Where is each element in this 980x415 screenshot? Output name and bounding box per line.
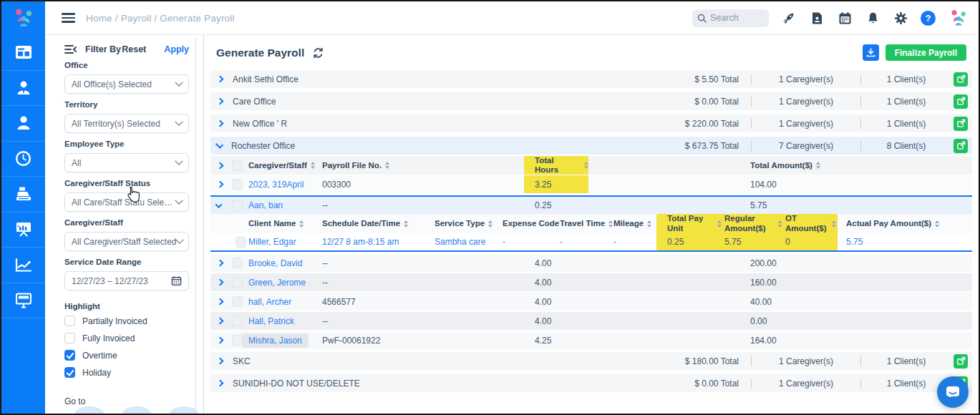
row-checkbox[interactable] bbox=[232, 335, 243, 346]
holiday-checkbox[interactable] bbox=[64, 367, 75, 378]
caregiver-name-link[interactable]: 2023, 319April bbox=[248, 180, 322, 190]
client-row[interactable]: Miller, Edgar 12/27 8 am-8:15 am Sambha … bbox=[210, 233, 972, 252]
column-header-total-amount[interactable]: Total Amount($) bbox=[750, 156, 829, 175]
date-range-input[interactable]: 12/27/23 – 12/27/23 bbox=[64, 271, 189, 290]
row-checkbox[interactable] bbox=[232, 258, 243, 268]
sort-icon[interactable] bbox=[935, 220, 939, 228]
help-icon[interactable]: ? bbox=[921, 11, 936, 26]
column-header-service-type[interactable]: Service Type bbox=[435, 214, 503, 233]
caregiver-row-expanded[interactable]: Aan, ban -- 0.25 5.75 bbox=[210, 195, 972, 214]
expand-chevron-icon[interactable] bbox=[217, 337, 224, 344]
caregiver-name-link[interactable]: Aan, ban bbox=[248, 200, 322, 210]
column-header-total-hours[interactable]: Total Hours bbox=[524, 156, 588, 175]
goto-page-button[interactable] bbox=[170, 406, 198, 414]
caregiver-row[interactable]: hall, Archer 4566577 4.00 40.00 bbox=[210, 293, 972, 311]
export-office-button[interactable] bbox=[954, 354, 968, 368]
sidebar-item-dashboard[interactable] bbox=[1, 35, 45, 71]
search-box[interactable] bbox=[692, 9, 769, 27]
caregiver-name-link[interactable]: Brooke, David bbox=[248, 258, 322, 268]
sort-icon[interactable] bbox=[311, 162, 315, 169]
sort-icon[interactable] bbox=[299, 220, 304, 228]
export-office-button[interactable] bbox=[954, 72, 968, 87]
caregiver-name-link[interactable]: Green, Jerome bbox=[248, 278, 322, 288]
reset-button[interactable]: Reset bbox=[122, 44, 146, 54]
download-button[interactable] bbox=[863, 44, 879, 61]
rocket-icon[interactable] bbox=[781, 10, 797, 26]
expand-chevron-icon[interactable] bbox=[217, 318, 224, 325]
goto-page-button[interactable] bbox=[75, 406, 104, 414]
search-input[interactable] bbox=[710, 13, 760, 23]
export-office-button[interactable] bbox=[954, 117, 968, 131]
row-checkbox[interactable] bbox=[232, 179, 243, 190]
collapse-chevron-icon[interactable] bbox=[215, 201, 223, 208]
chat-support-button[interactable] bbox=[937, 376, 969, 408]
expand-chevron-icon[interactable] bbox=[217, 279, 224, 286]
column-header-mileage[interactable]: Mileage bbox=[613, 214, 656, 233]
overtime-checkbox[interactable] bbox=[64, 350, 75, 361]
schedule-link[interactable]: 12/27 8 am-8:15 am bbox=[322, 237, 435, 247]
row-checkbox[interactable] bbox=[232, 316, 243, 326]
sort-icon[interactable] bbox=[404, 220, 408, 228]
filter-scrollbar[interactable] bbox=[195, 38, 196, 411]
sort-icon[interactable] bbox=[584, 162, 588, 169]
collapse-panel-icon[interactable] bbox=[64, 44, 77, 54]
sort-icon[interactable] bbox=[816, 162, 820, 169]
column-header-payroll-file[interactable]: Payroll File No. bbox=[322, 156, 524, 175]
finalize-payroll-button[interactable]: Finalize Payroll bbox=[886, 44, 966, 61]
menu-hamburger-icon[interactable] bbox=[62, 11, 75, 25]
caregiver-row[interactable]: Brooke, David -- 4.00 200.00 bbox=[210, 254, 972, 272]
column-header-client-name[interactable]: Client Name bbox=[248, 214, 322, 233]
expand-chevron-icon[interactable] bbox=[217, 298, 224, 306]
service-type-link[interactable]: Sambha care bbox=[435, 237, 503, 247]
office-select[interactable]: All Office(s) Selected bbox=[64, 74, 189, 94]
fully-invoiced-checkbox[interactable] bbox=[64, 333, 75, 343]
employee-type-select[interactable]: All bbox=[64, 153, 189, 172]
column-header-travel-time[interactable]: Travel Time bbox=[560, 214, 613, 233]
calendar-icon[interactable] bbox=[837, 10, 853, 26]
caregiver-status-select[interactable]: All Care/Staff Statu Select... bbox=[64, 192, 189, 212]
sidebar-item-scheduling[interactable] bbox=[1, 142, 45, 177]
column-header-total-pay-unit[interactable]: Total Pay Unit bbox=[656, 214, 724, 233]
client-name-link[interactable]: Miller, Edgar bbox=[248, 237, 322, 247]
territory-select[interactable]: All Territory(s) Selected bbox=[64, 114, 189, 133]
expand-chevron-icon[interactable] bbox=[217, 380, 224, 387]
expand-chevron-icon[interactable] bbox=[217, 98, 224, 105]
sidebar-item-clients[interactable] bbox=[1, 106, 45, 142]
column-header-ot-amount[interactable]: OT Amount($) bbox=[785, 214, 838, 233]
sort-icon[interactable] bbox=[608, 220, 613, 228]
goto-page-button[interactable] bbox=[122, 406, 151, 414]
office-row-ankit-sethi[interactable]: Ankit Sethi Office $ 5.50 Total 1 Caregi… bbox=[210, 70, 972, 88]
sidebar-item-telephony[interactable] bbox=[1, 283, 45, 319]
column-header-actual-pay-amount[interactable]: Actual Pay Amount($) bbox=[846, 214, 975, 233]
document-icon[interactable] bbox=[809, 10, 825, 26]
export-office-button[interactable] bbox=[954, 139, 968, 153]
expand-all-chevron-icon[interactable] bbox=[217, 162, 224, 169]
sort-icon[interactable] bbox=[832, 220, 836, 228]
caregiver-name-link[interactable]: Hall, Patrick bbox=[248, 316, 322, 326]
actual-pay-amount-link[interactable]: 5.75 bbox=[846, 237, 975, 247]
caregiver-name-link[interactable]: Mishra, Jason bbox=[248, 336, 322, 346]
sidebar-item-billing[interactable] bbox=[1, 177, 45, 213]
office-row-skc[interactable]: SKC $ 180.00 Total 1 Caregiver(s) 1 Clie… bbox=[210, 352, 972, 370]
settings-gear-icon[interactable] bbox=[893, 10, 908, 26]
export-office-button[interactable] bbox=[954, 94, 968, 109]
expand-chevron-icon[interactable] bbox=[217, 76, 224, 83]
caregiver-row[interactable]: Mishra, Jason PwF-00061922 4.25 164.00 bbox=[210, 331, 972, 349]
column-header-regular-amount[interactable]: Regular Amount($) bbox=[724, 214, 785, 233]
office-row-sunidhi[interactable]: SUNIDHI-DO NOT USE/DELETE $ 0.00 Total 1… bbox=[210, 374, 972, 392]
sort-icon[interactable] bbox=[647, 220, 651, 228]
caregiver-row[interactable]: Green, Jerome -- 4.00 160.00 bbox=[210, 273, 972, 291]
sort-icon[interactable] bbox=[717, 220, 722, 228]
expand-chevron-icon[interactable] bbox=[217, 358, 224, 365]
sidebar-item-analytics[interactable] bbox=[1, 248, 45, 283]
sidebar-item-caregivers[interactable] bbox=[1, 71, 45, 107]
office-row-care-office[interactable]: Care Office $ 0.00 Total 1 Caregiver(s) … bbox=[210, 92, 972, 110]
office-row-new-office-r[interactable]: New Office ' R $ 220.00 Total 1 Caregive… bbox=[210, 114, 972, 132]
select-all-checkbox[interactable] bbox=[232, 160, 243, 171]
expand-chevron-icon[interactable] bbox=[217, 181, 224, 188]
row-checkbox[interactable] bbox=[232, 200, 243, 211]
expand-chevron-icon[interactable] bbox=[217, 260, 224, 267]
caregiver-row[interactable]: Hall, Patrick -- 4.00 0.00 bbox=[210, 312, 972, 330]
column-header-caregiver[interactable]: Caregiver/Staff bbox=[248, 156, 322, 175]
row-checkbox[interactable] bbox=[232, 296, 243, 307]
